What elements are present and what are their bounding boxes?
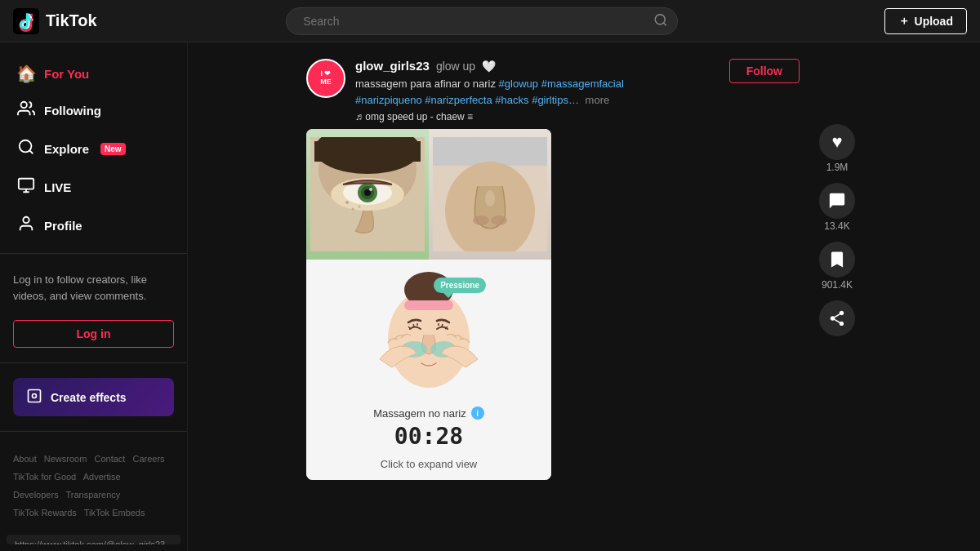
content-area: I ❤ME glow_girls23 glow up 🤍 massagem pa… xyxy=(188,42,980,551)
pressione-bubble: Pressione xyxy=(434,278,486,293)
sidebar-item-label: Profile xyxy=(44,219,82,233)
sidebar-item-profile[interactable]: Profile xyxy=(0,207,187,245)
search-input[interactable] xyxy=(286,7,678,35)
footer-about[interactable]: About xyxy=(13,454,37,464)
post-description: massagem para afinar o nariz #glowup #ma… xyxy=(355,76,719,108)
svg-point-16 xyxy=(345,201,349,204)
post-username[interactable]: glow_girls23 xyxy=(355,59,430,73)
following-icon xyxy=(16,100,36,122)
footer-embeds[interactable]: TikTok Embeds xyxy=(84,508,145,518)
svg-point-17 xyxy=(352,208,354,211)
logo-area: TikTok xyxy=(13,8,176,34)
hashtag-narizpiqueno[interactable]: #narizpiqueno xyxy=(355,94,422,106)
svg-point-1 xyxy=(655,14,665,24)
main-layout: 🏠 For You Following Explore New xyxy=(0,42,980,551)
sidebar-item-live[interactable]: LIVE xyxy=(0,168,187,207)
profile-icon xyxy=(16,215,36,237)
video-img-left xyxy=(306,129,429,260)
hashtag-narizperfecta[interactable]: #narizperfecta xyxy=(425,94,492,106)
comment-button[interactable] xyxy=(819,183,855,219)
svg-point-26 xyxy=(485,190,495,207)
svg-point-15 xyxy=(369,188,372,191)
sidebar-item-explore[interactable]: Explore New xyxy=(0,130,187,168)
explore-icon xyxy=(16,138,36,160)
svg-point-7 xyxy=(33,394,37,398)
footer-developers[interactable]: Developers xyxy=(13,490,59,500)
post-heart: 🤍 xyxy=(482,60,496,73)
svg-point-24 xyxy=(473,216,489,225)
sidebar: 🏠 For You Following Explore New xyxy=(0,42,188,551)
info-icon[interactable]: i xyxy=(471,407,484,420)
post-desc-text: massagem para afinar o nariz xyxy=(355,78,496,90)
more-button[interactable]: more xyxy=(586,94,610,106)
massage-illustration: Pressione xyxy=(363,269,494,400)
create-effects-button[interactable]: Create effects xyxy=(13,378,174,416)
feed: I ❤ME glow_girls23 glow up 🤍 massagem pa… xyxy=(298,59,870,535)
footer-contact[interactable]: Contact xyxy=(94,454,125,464)
svg-point-25 xyxy=(491,216,507,225)
avatar[interactable]: I ❤ME xyxy=(306,59,345,98)
sidebar-item-for-you[interactable]: 🏠 For You xyxy=(0,56,187,91)
footer-advertise[interactable]: Advertise xyxy=(83,472,121,482)
search-button[interactable] xyxy=(653,12,668,29)
svg-point-3 xyxy=(20,140,32,153)
follow-button[interactable]: Follow xyxy=(729,59,800,83)
search-bar[interactable] xyxy=(286,7,678,35)
video-label: Massagem no nariz xyxy=(373,407,466,420)
login-button[interactable]: Log in xyxy=(13,320,174,348)
like-action[interactable]: ♥ 1.9M xyxy=(819,124,855,173)
post-actions: ♥ 1.9M 13.4K xyxy=(813,59,862,480)
sidebar-item-label: LIVE xyxy=(44,180,71,194)
sidebar-item-label: Explore xyxy=(44,142,89,156)
post-sound[interactable]: ♬ omg speed up - chaew ≡ xyxy=(355,111,719,122)
post: I ❤ME glow_girls23 glow up 🤍 massagem pa… xyxy=(306,59,862,480)
svg-line-31 xyxy=(413,324,414,327)
sidebar-item-label: For You xyxy=(44,67,89,81)
hashtag-massagemfacial[interactable]: #massagemfacial xyxy=(541,78,624,90)
svg-point-18 xyxy=(359,206,361,208)
footer-rewards[interactable]: TikTok Rewards xyxy=(13,508,77,518)
svg-rect-29 xyxy=(404,300,453,310)
video-top xyxy=(306,129,551,260)
share-action[interactable] xyxy=(819,300,855,336)
svg-point-5 xyxy=(23,217,29,223)
share-button[interactable] xyxy=(819,300,855,336)
footer-careers[interactable]: Careers xyxy=(132,454,164,464)
url-preview: https://www.tiktok.com/@glow_girls23 xyxy=(7,535,180,544)
live-icon xyxy=(16,176,36,198)
video-bottom: Pressione xyxy=(306,260,551,480)
post-display-name: glow up xyxy=(436,60,475,73)
hashtag-hacks[interactable]: #hacks xyxy=(495,94,528,106)
like-button[interactable]: ♥ xyxy=(819,124,855,160)
post-header: I ❤ME glow_girls23 glow up 🤍 massagem pa… xyxy=(306,59,800,122)
svg-rect-20 xyxy=(314,141,421,162)
divider-3 xyxy=(0,431,187,432)
divider-2 xyxy=(0,362,187,363)
sidebar-item-label: Following xyxy=(44,104,101,118)
upload-label: Upload xyxy=(915,15,953,28)
sidebar-item-following[interactable]: Following xyxy=(0,91,187,130)
footer-tiktok-good[interactable]: TikTok for Good xyxy=(13,472,76,482)
timer: 00:28 xyxy=(394,423,463,450)
footer-transparency[interactable]: Transparency xyxy=(66,490,121,500)
post-main: I ❤ME glow_girls23 glow up 🤍 massagem pa… xyxy=(306,59,800,480)
video-card[interactable]: Pressione xyxy=(306,129,551,480)
upload-plus-icon: ＋ xyxy=(898,14,910,29)
like-count: 1.9M xyxy=(826,162,849,173)
svg-rect-22 xyxy=(433,137,547,166)
logo-text: TikTok xyxy=(46,11,97,30)
bookmark-button[interactable] xyxy=(819,242,855,278)
header-right: ＋ Upload xyxy=(884,8,967,34)
post-user-row: glow_girls23 glow up 🤍 xyxy=(355,59,719,73)
bookmark-action[interactable]: 901.4K xyxy=(819,242,855,291)
avatar-text: I ❤ME xyxy=(320,70,332,87)
expand-button[interactable]: Click to expand view xyxy=(381,458,478,470)
hashtag-glowup[interactable]: #glowup xyxy=(499,78,538,90)
footer-links: About Newsroom Contact Careers TikTok fo… xyxy=(0,440,187,531)
video-img-right xyxy=(429,129,551,260)
footer-newsroom[interactable]: Newsroom xyxy=(44,454,87,464)
upload-button[interactable]: ＋ Upload xyxy=(884,8,967,34)
header: TikTok ＋ Upload xyxy=(0,0,980,42)
hashtag-girltips[interactable]: #girltips… xyxy=(532,94,579,106)
comment-action[interactable]: 13.4K xyxy=(819,183,855,232)
